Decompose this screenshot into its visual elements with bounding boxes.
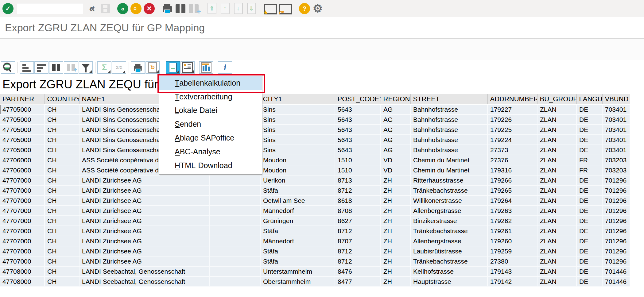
grid-cell[interactable]: ZLAN	[537, 104, 576, 114]
grid-cell[interactable]: 47707000	[0, 216, 45, 226]
grid-cell[interactable]: Ritterhausstrasse	[410, 175, 487, 185]
grid-cell[interactable]: 5643	[335, 114, 381, 125]
grid-cell[interactable]: ZLAN	[537, 135, 576, 145]
collapse-toolbar-icon[interactable]: «	[87, 2, 98, 15]
grid-cell[interactable]: VD	[381, 155, 410, 165]
grid-cell[interactable]: 8712	[335, 185, 381, 195]
grid-cell[interactable]: Binzikerstrasse	[410, 216, 487, 226]
print-button[interactable]	[162, 2, 173, 15]
grid-cell[interactable]: ZLAN	[537, 216, 576, 226]
grid-cell[interactable]: 179264	[487, 195, 537, 206]
grid-cell[interactable]	[210, 256, 260, 266]
grid-cell[interactable]: 8712	[335, 256, 381, 266]
grid-cell[interactable]: LANDI Seebachtal, Genossenschaft	[79, 276, 210, 287]
grid-cell[interactable]: 47705000	[0, 135, 45, 145]
grid-cell[interactable]: 703401	[602, 135, 630, 145]
sort-descending-button[interactable]	[34, 61, 48, 74]
column-header-street[interactable]: STREET	[410, 94, 487, 104]
grid-cell[interactable]: 701296	[602, 226, 630, 236]
grid-cell[interactable]: Laubisrütistrasse	[410, 246, 487, 256]
grid-cell[interactable]: AG	[381, 145, 410, 155]
grid-cell[interactable]: 27373	[487, 145, 537, 155]
grid-cell[interactable]	[210, 206, 260, 216]
grid-cell[interactable]: 47707000	[0, 206, 45, 216]
grid-cell[interactable]: 8477	[335, 276, 381, 287]
details-button[interactable]	[1, 61, 15, 74]
grid-cell[interactable]: 179225	[487, 125, 537, 135]
grid-cell[interactable]: CH	[45, 226, 79, 236]
grid-cell[interactable]: Bahnhofstrasse	[410, 145, 487, 155]
grid-cell[interactable]: Uerikon	[260, 175, 335, 185]
grid-cell[interactable]: ZLAN	[537, 236, 576, 246]
grid-cell[interactable]: ZLAN	[537, 145, 576, 155]
grid-cell[interactable]: 47707000	[0, 175, 45, 185]
grid-cell[interactable]: 47707000	[0, 226, 45, 236]
grid-cell[interactable]: FR	[576, 165, 602, 175]
grid-cell[interactable]: 179261	[487, 226, 537, 236]
grid-cell[interactable]: LANDI Seebachtal, Genossenschaft	[79, 266, 210, 276]
grid-cell[interactable]: Chemin du Martinet	[410, 165, 487, 175]
grid-cell[interactable]: 8712	[335, 226, 381, 236]
grid-cell[interactable]: DE	[576, 185, 602, 195]
grid-cell[interactable]: CH	[45, 175, 79, 185]
grid-cell[interactable]: 179265	[487, 185, 537, 195]
grid-cell[interactable]: LANDI Zürichsee AG	[79, 216, 210, 226]
grid-cell[interactable]: 47706000	[0, 155, 45, 165]
create-shortcut-button[interactable]	[264, 2, 277, 15]
grid-cell[interactable]: Allenbergstrasse	[410, 206, 487, 216]
grid-cell[interactable]: CH	[45, 266, 79, 276]
grid-cell[interactable]: 179266	[487, 175, 537, 185]
grid-cell[interactable]: Tränkebachstrasse	[410, 185, 487, 195]
grid-cell[interactable]: CH	[45, 216, 79, 226]
filter-button[interactable]	[79, 61, 93, 74]
grid-cell[interactable]: DE	[576, 216, 602, 226]
grid-cell[interactable]: 701296	[602, 175, 630, 185]
grid-cell[interactable]: CH	[45, 135, 79, 145]
grid-cell[interactable]: Moudon	[260, 155, 335, 165]
grid-cell[interactable]: 703401	[602, 104, 630, 114]
grid-cell[interactable]: ZLAN	[537, 276, 576, 287]
exit-button[interactable]: «	[130, 2, 142, 15]
menu-item-textverarbeitung[interactable]: Textverarbeitung	[159, 90, 262, 104]
menu-item-senden[interactable]: Senden	[159, 117, 262, 131]
grid-cell[interactable]: 701296	[602, 256, 630, 266]
print-button[interactable]	[131, 61, 145, 74]
grid-cell[interactable]	[210, 175, 260, 185]
grid-cell[interactable]: Sins	[260, 145, 335, 155]
grid-cell[interactable]: Sins	[260, 135, 335, 145]
grid-cell[interactable]: Tränkebachstrasse	[410, 256, 487, 266]
grid-cell[interactable]: AG	[381, 114, 410, 125]
grid-cell[interactable]: 701446	[602, 266, 630, 276]
grid-cell[interactable]: 703203	[602, 155, 630, 165]
grid-cell[interactable]: 8476	[335, 266, 381, 276]
grid-cell[interactable]: FR	[576, 155, 602, 165]
grid-cell[interactable]: ZH	[381, 175, 410, 185]
grid-cell[interactable]: DE	[576, 236, 602, 246]
grid-cell[interactable]: ZH	[381, 216, 410, 226]
grid-cell[interactable]	[210, 216, 260, 226]
grid-cell[interactable]: Sins	[260, 114, 335, 125]
grid-cell[interactable]: 47707000	[0, 185, 45, 195]
grid-cell[interactable]: 701446	[602, 276, 630, 287]
grid-cell[interactable]: Hauptstrasse	[410, 276, 487, 287]
grid-cell[interactable]	[210, 276, 260, 287]
grid-cell[interactable]: Bahnhofstrasse	[410, 114, 487, 125]
grid-cell[interactable]: Bahnhofstrasse	[410, 104, 487, 114]
grid-cell[interactable]: 8708	[335, 206, 381, 216]
grid-cell[interactable]: LANDI Zürichsee AG	[79, 246, 210, 256]
grid-cell[interactable]: CH	[45, 206, 79, 216]
grid-cell[interactable]: CH	[45, 145, 79, 155]
help-button[interactable]: ?	[299, 2, 310, 15]
grid-cell[interactable]: Sins	[260, 125, 335, 135]
grid-cell[interactable]: 179262	[487, 216, 537, 226]
grid-cell[interactable]: 5643	[335, 125, 381, 135]
grid-cell[interactable]: ZLAN	[537, 114, 576, 125]
grid-cell[interactable]: Tränkebachstrasse	[410, 226, 487, 236]
grid-cell[interactable]: ZLAN	[537, 256, 576, 266]
grid-cell[interactable]: ZLAN	[537, 185, 576, 195]
grid-cell[interactable]: 5643	[335, 104, 381, 114]
choose-layout-button[interactable]	[180, 61, 195, 74]
grid-cell[interactable]	[210, 226, 260, 236]
grid-cell[interactable]: LANDI Zürichsee AG	[79, 226, 210, 236]
views-button[interactable]: ↻	[145, 61, 160, 74]
